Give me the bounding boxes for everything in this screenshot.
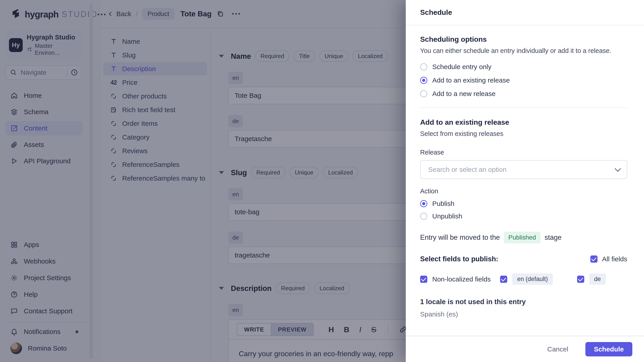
radio-unpublish[interactable]: Unpublish <box>420 212 627 220</box>
checkbox-checked-icon[interactable] <box>577 276 584 283</box>
checkbox-non-localized[interactable]: Non-localized fields <box>420 275 491 283</box>
radio-add-existing-release[interactable]: Add to an existing release <box>420 76 627 84</box>
scheduling-options-group: Schedule entry only Add to an existing r… <box>420 63 627 98</box>
checkbox-de[interactable]: de <box>577 273 606 285</box>
unused-locale-detail: Spanish (es) <box>420 310 627 318</box>
panel-body: Scheduling options You can either schedu… <box>406 25 644 336</box>
all-fields-toggle[interactable]: All fields <box>590 255 627 263</box>
panel-header: Schedule <box>406 0 644 25</box>
radio-icon[interactable] <box>420 63 427 70</box>
stage-note: Entry will be moved to the Published sta… <box>420 232 627 243</box>
panel-divider <box>420 107 627 108</box>
unused-locale-title: 1 locale is not used in this entry <box>420 298 627 306</box>
action-label: Action <box>420 187 627 195</box>
published-stage-badge: Published <box>504 232 540 243</box>
radio-add-new-release[interactable]: Add to a new release <box>420 90 627 98</box>
field-checkboxes-row: Non-localized fields en (default) de <box>420 273 627 285</box>
release-select[interactable]: Search or select an option <box>420 160 627 179</box>
radio-selected-icon[interactable] <box>420 200 427 207</box>
checkbox-checked-icon[interactable] <box>500 276 507 283</box>
checkbox-checked-icon[interactable] <box>420 276 427 283</box>
existing-release-heading: Add to an existing release <box>420 118 627 127</box>
scheduling-options-description: You can either schedule an entry individ… <box>420 47 627 54</box>
panel-title: Schedule <box>420 8 452 16</box>
cancel-button[interactable]: Cancel <box>543 343 572 355</box>
chevron-down-icon <box>614 166 621 172</box>
release-select-placeholder: Search or select an option <box>428 166 506 173</box>
radio-selected-icon[interactable] <box>420 77 427 84</box>
select-fields-heading: Select fields to publish: <box>420 255 498 263</box>
radio-schedule-entry-only[interactable]: Schedule entry only <box>420 63 627 71</box>
existing-release-subheading: Select from existing releases <box>420 130 627 138</box>
radio-publish[interactable]: Publish <box>420 200 627 207</box>
action-group: Publish Unpublish <box>420 200 627 220</box>
panel-footer: Cancel Schedule <box>406 336 644 362</box>
select-fields-row: Select fields to publish: All fields <box>420 255 627 263</box>
release-label: Release <box>420 149 627 156</box>
schedule-panel: Schedule Scheduling options You can eith… <box>406 0 644 362</box>
scheduling-options-heading: Scheduling options <box>420 35 627 43</box>
schedule-button[interactable]: Schedule <box>586 342 632 357</box>
checkbox-en-default[interactable]: en (default) <box>500 273 553 285</box>
radio-icon[interactable] <box>420 213 427 220</box>
radio-icon[interactable] <box>420 90 427 97</box>
checkbox-checked-icon[interactable] <box>590 255 598 263</box>
